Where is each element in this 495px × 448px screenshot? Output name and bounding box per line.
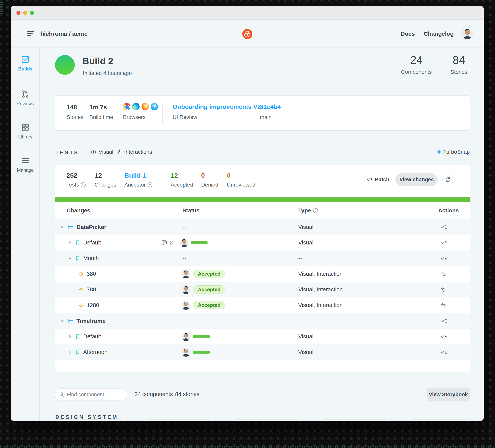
- user-avatar[interactable]: [461, 28, 473, 39]
- tests-total-label: Tests ?: [66, 182, 86, 188]
- table-row-component[interactable]: Timeframe -- --: [55, 313, 470, 329]
- summary-stories-label: Stories: [67, 114, 83, 120]
- sidebar: Builds Reviews Library: [11, 48, 40, 421]
- components-count-label: Components: [395, 69, 438, 75]
- turbosnap-indicator[interactable]: TurboSnap: [438, 149, 470, 155]
- design-system-card[interactable]: [144, 420, 213, 421]
- browser-icons: [123, 103, 158, 110]
- components-summary-text: 24 components: [135, 391, 173, 397]
- batch-accept-icon[interactable]: [440, 240, 447, 246]
- snapshot-name: 1280: [87, 302, 99, 308]
- table-row-snapshot[interactable]: 1280 Accepted Visual, Interaction: [55, 297, 470, 313]
- menu-icon[interactable]: [26, 29, 35, 38]
- tests-toolbar: TESTS Visual Interactions TurboSnap: [40, 148, 484, 158]
- story-name: Month: [83, 255, 99, 262]
- question-icon[interactable]: ?: [313, 208, 318, 213]
- question-icon[interactable]: ?: [81, 182, 86, 187]
- design-system-card[interactable]: [233, 420, 301, 421]
- builds-icon: [21, 55, 29, 64]
- close-window-button[interactable]: [16, 11, 20, 15]
- chevron-down-icon[interactable]: [60, 224, 65, 230]
- batch-accept-icon[interactable]: [440, 224, 447, 230]
- accepted-label: Accepted: [171, 182, 193, 188]
- chevron-right-icon[interactable]: [67, 350, 72, 355]
- sidebar-item-builds[interactable]: Builds: [11, 55, 40, 72]
- view-changes-button[interactable]: View changes: [395, 173, 438, 186]
- nav-link-changelog[interactable]: Changelog: [424, 30, 454, 37]
- ancestor-label: Ancestor ?: [124, 182, 153, 188]
- commit-link[interactable]: 81e4b4: [260, 103, 281, 111]
- table-row-component[interactable]: DatePicker -- Visual: [55, 219, 470, 235]
- batch-accept-icon[interactable]: [440, 334, 447, 339]
- design-system-card[interactable]: [410, 420, 470, 421]
- column-header-status: Status: [182, 207, 200, 214]
- divider: [162, 102, 163, 124]
- question-icon[interactable]: ?: [147, 182, 153, 187]
- minimize-window-button[interactable]: [23, 11, 27, 15]
- accepted-progress-bar: [193, 351, 210, 354]
- table-row-story[interactable]: Default Visual: [55, 329, 470, 344]
- status-badge: Accepted: [193, 301, 225, 309]
- ancestor-build-link[interactable]: Build 1: [124, 172, 146, 179]
- view-storybook-button[interactable]: View Storybook: [427, 388, 470, 402]
- sidebar-item-label: Builds: [11, 66, 40, 72]
- nav-link-docs[interactable]: Docs: [401, 30, 415, 37]
- safari-browser-icon: [151, 103, 158, 110]
- sidebar-item-label: Library: [11, 134, 40, 140]
- build-status-circle: [55, 55, 75, 75]
- table-row-snapshot[interactable]: 780 Accepted Visual, Interaction: [55, 282, 470, 297]
- design-system-card[interactable]: [55, 420, 124, 421]
- sidebar-item-library[interactable]: Library: [11, 123, 40, 140]
- divider: [160, 171, 160, 190]
- type-text: Visual: [298, 349, 313, 355]
- undo-icon[interactable]: [440, 271, 447, 277]
- reviews-icon: [21, 90, 29, 98]
- breadcrumb-org-project[interactable]: hichroma / acme: [40, 30, 88, 38]
- component-grid-icon: [68, 224, 74, 230]
- status-badge: Accepted: [193, 270, 225, 278]
- sidebar-item-reviews[interactable]: Reviews: [11, 90, 40, 106]
- find-component-search[interactable]: [55, 388, 127, 401]
- batch-accept-icon[interactable]: [440, 349, 447, 355]
- reviewer-avatar: [181, 332, 190, 341]
- design-system-card[interactable]: [321, 420, 390, 421]
- batch-accept-icon[interactable]: [440, 318, 447, 324]
- search-icon: [59, 392, 65, 397]
- batch-button[interactable]: Batch: [364, 173, 392, 186]
- edge-browser-icon: [132, 103, 139, 110]
- reviewer-avatar: [181, 270, 190, 279]
- table-row-story[interactable]: Month -- --: [55, 251, 470, 266]
- table-row-story[interactable]: Afternoon Visual: [55, 344, 470, 360]
- bookmark-icon: [75, 240, 81, 245]
- branch-link[interactable]: Onboarding improvements V2: [173, 103, 261, 111]
- snapshot-diamond-icon: [78, 302, 84, 308]
- branch-sublabel: UI Review: [173, 114, 197, 120]
- sidebar-item-manage[interactable]: Manage: [11, 156, 40, 173]
- svg-text:?: ?: [82, 183, 84, 186]
- chevron-down-icon[interactable]: [67, 256, 72, 261]
- chromatic-logo-icon[interactable]: [242, 29, 252, 39]
- chevron-right-icon[interactable]: [67, 334, 72, 339]
- story-name: Default: [83, 333, 101, 340]
- interactions-tests-toggle[interactable]: Interactions: [116, 149, 152, 155]
- components-count: 24: [395, 54, 438, 66]
- svg-text:?: ?: [315, 209, 316, 212]
- undo-icon[interactable]: [440, 302, 447, 308]
- batch-accept-icon: [367, 177, 372, 182]
- zoom-window-button[interactable]: [30, 11, 34, 15]
- chevron-right-icon[interactable]: [67, 240, 72, 245]
- chevron-down-icon[interactable]: [60, 318, 65, 323]
- undo-icon[interactable]: [440, 287, 447, 293]
- table-row-snapshot[interactable]: 380 Accepted Visual, Interaction: [55, 266, 470, 282]
- table-row-story[interactable]: Default 2 Visual: [55, 235, 470, 251]
- search-input[interactable]: [67, 392, 119, 398]
- snapshot-name: 780: [87, 286, 96, 293]
- visual-tests-toggle[interactable]: Visual: [90, 149, 113, 155]
- batch-accept-icon[interactable]: [440, 255, 447, 261]
- library-toolbar: 24 components 84 stories View Storybook: [40, 388, 484, 403]
- component-name: DatePicker: [76, 224, 106, 230]
- top-navigation: hichroma / acme Docs Changelog: [11, 20, 484, 48]
- refresh-button[interactable]: [442, 174, 454, 185]
- type-text: Visual, Interaction: [298, 271, 343, 277]
- table-header: Changes Status Type ? Actions: [55, 202, 470, 219]
